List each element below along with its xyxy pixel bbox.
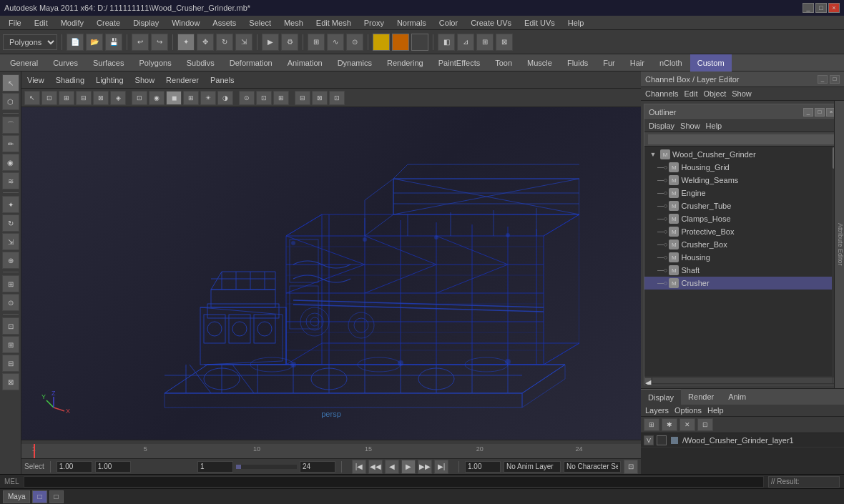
tree-item-housing-grid[interactable]: —○ M Housing_Grid [644,161,832,174]
vp-btn-light[interactable]: ☀ [200,91,216,105]
range-bar[interactable] [236,465,297,469]
mel-input[interactable] [24,476,764,488]
tree-item-crusher-box[interactable]: —○ M Crusher_Box [644,238,832,251]
viewport-panels-menu[interactable]: Panels [207,76,237,84]
layer-create-empty-button[interactable]: ✱ [662,418,677,431]
vp-btn-curve[interactable]: ⊞ [59,91,74,105]
category-tab-subdivs[interactable]: Subdivs [180,54,222,71]
vp-btn-shaded[interactable]: ◼ [166,91,182,105]
cb-tab-edit[interactable]: Edit [684,89,697,98]
layer-delete-button[interactable]: ✕ [679,418,695,431]
view-button[interactable]: ⊟ [2,355,19,372]
layer-tab-display[interactable]: Display [641,389,681,405]
cb-maximize-button[interactable]: □ [830,75,840,84]
outliner-minimize-button[interactable]: _ [803,108,813,117]
anim-layer-field[interactable] [504,461,561,473]
vp-btn-dynamics[interactable]: ◈ [110,91,126,105]
layer-visibility-toggle[interactable]: V [644,435,654,445]
category-tab-ncloth[interactable]: nCloth [652,54,690,71]
menu-item-select[interactable]: Select [243,17,277,29]
anim-options-button[interactable]: ⊡ [624,460,638,474]
tree-item-shaft[interactable]: —○ M Shaft [644,264,832,277]
category-tab-fur[interactable]: Fur [596,54,622,71]
taskbar-btn2[interactable]: □ [32,490,46,503]
snap-grid-button[interactable]: ⊞ [308,34,325,51]
vp-btn-nurbs[interactable]: ⊟ [76,91,92,105]
outliner-tab-display[interactable]: Display [649,122,674,130]
layer-option-layers[interactable]: Layers [645,406,669,415]
paint-button[interactable]: ✏ [2,135,19,152]
category-tab-hair[interactable]: Hair [623,54,652,71]
show-manip-button[interactable]: ⊞ [2,275,19,292]
vp-btn-camera[interactable]: ⊡ [329,91,345,105]
move-pivot-button[interactable]: ✦ [2,196,19,213]
workspace-selector[interactable]: Polygons [3,34,57,50]
category-tab-deformation[interactable]: Deformation [222,54,280,71]
tree-item-crusher-tube[interactable]: —○ M Crusher_Tube [644,199,832,212]
menu-item-color[interactable]: Color [433,17,463,29]
category-tab-painteffects[interactable]: PaintEffects [431,54,488,71]
tree-item-protective-box[interactable]: —○ M Protective_Box [644,225,832,238]
scale-pivot-button[interactable]: ⇲ [2,233,19,250]
go-end-button[interactable]: ▶| [434,460,448,474]
outliner-tab-show[interactable]: Show [680,122,700,130]
menu-item-assets[interactable]: Assets [207,17,242,29]
category-tab-polygons[interactable]: Polygons [132,54,178,71]
layer-create-button[interactable]: ⊞ [644,418,659,431]
play-back-button[interactable]: ◀ [385,460,399,474]
vp-btn-hud[interactable]: ⊠ [312,91,328,105]
extra-btn3[interactable]: ⊞ [476,34,494,51]
move-tool-button[interactable]: ✥ [197,34,214,51]
outliner-search-input[interactable] [647,134,838,145]
outliner-maximize-button[interactable]: □ [815,108,825,117]
vp-btn-deformer[interactable]: ⊠ [93,91,109,105]
color2-button[interactable] [392,34,409,51]
snap-point-button[interactable]: ⊙ [346,34,363,51]
frame-start-field[interactable] [197,461,233,473]
menu-item-create[interactable]: Create [91,17,126,29]
viewport-view-menu[interactable]: View [24,76,47,84]
timeline-ruler[interactable]: 1 5 10 15 20 24 [21,444,641,458]
render-settings-button[interactable]: ⚙ [281,34,298,51]
vp-btn-shadow[interactable]: ◑ [217,91,233,105]
vp-btn-mesh[interactable]: ⊡ [41,91,57,105]
render-region-button[interactable]: ⊠ [2,373,19,390]
tree-item-crusher[interactable]: —○ M Crusher [644,277,832,290]
universal-button[interactable]: ⊕ [2,252,19,269]
layer-tab-render[interactable]: Render [681,389,721,405]
lasso-select-button[interactable]: ⌒ [2,117,19,134]
layer-option-help[interactable]: Help [707,406,724,415]
smooth-button[interactable]: ≋ [2,172,19,189]
3d-viewport[interactable]: X Y Z persp [21,107,641,440]
layer-row-default[interactable]: V /Wood_Crusher_Grinder_layer1 [641,433,844,448]
vp-btn-isolate[interactable]: ⊙ [239,91,255,105]
layout-button[interactable]: ⊞ [2,336,19,353]
h-scroll-track[interactable] [652,377,833,383]
vp-btn-wireframe[interactable]: ⊡ [132,91,147,105]
extra-btn2[interactable]: ⊿ [457,34,474,51]
category-tab-dynamics[interactable]: Dynamics [330,54,379,71]
new-scene-button[interactable]: 📄 [67,34,84,51]
sculpt-button[interactable]: ◉ [2,154,19,171]
vp-btn-frame-all[interactable]: ⊞ [273,91,289,105]
viewport-renderer-menu[interactable]: Renderer [163,76,202,84]
cb-tab-show[interactable]: Show [732,89,752,98]
save-scene-button[interactable]: 💾 [105,34,122,51]
viewport-show-menu[interactable]: Show [132,76,158,84]
vp-btn-frame-sel[interactable]: ⊡ [256,91,272,105]
extra-btn4[interactable]: ⊠ [496,34,513,51]
menu-item-window[interactable]: Window [166,17,205,29]
rotate-pivot-button[interactable]: ↻ [2,214,19,232]
cb-tab-channels[interactable]: Channels [645,89,678,98]
minimize-button[interactable]: _ [803,3,814,13]
frame-end-field[interactable] [300,461,335,473]
menu-item-proxy[interactable]: Proxy [358,17,390,29]
tree-item-root[interactable]: ▼ M Wood_Crusher_Grinder [644,148,832,161]
outliner-h-scrollbar[interactable]: ◀ ▶ [644,376,840,385]
category-tab-general[interactable]: General [3,54,45,71]
camera-tool-button[interactable]: ⊡ [2,317,19,335]
category-tab-fluids[interactable]: Fluids [560,54,595,71]
color3-button[interactable] [411,34,428,51]
maximize-button[interactable]: □ [815,3,827,13]
h-scroll-left[interactable]: ◀ [644,377,652,383]
